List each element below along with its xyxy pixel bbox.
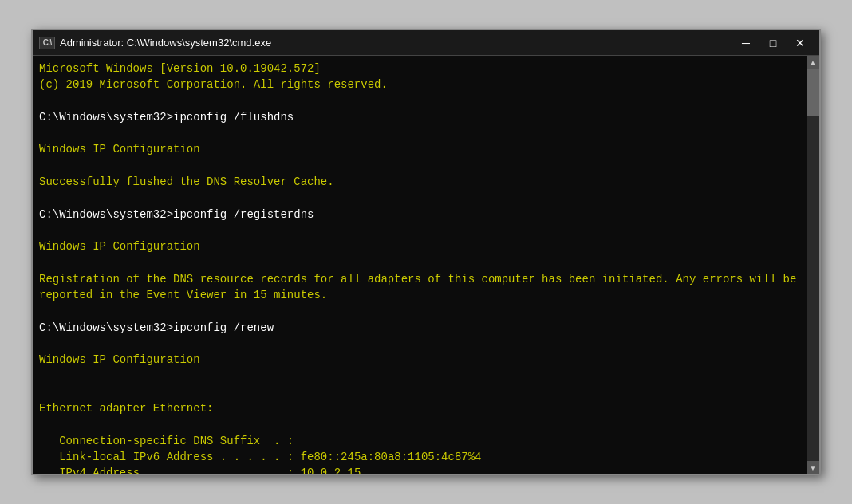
terminal-line — [39, 384, 800, 400]
terminal-line: C:\Windows\system32>ipconfig /registerdn… — [39, 207, 800, 222]
terminal-output[interactable]: Microsoft Windows [Version 10.0.19042.57… — [33, 56, 807, 474]
terminal-line — [39, 158, 800, 174]
terminal-line — [39, 93, 800, 109]
minimize-button[interactable]: ─ — [733, 33, 759, 53]
terminal-line: Connection-specific DNS Suffix . : — [39, 433, 800, 449]
terminal-line: Successfully flushed the DNS Resolver Ca… — [39, 174, 800, 190]
terminal-line — [39, 368, 800, 384]
title-bar-left: C:\ Administrator: C:\Windows\system32\c… — [39, 37, 271, 49]
title-bar: C:\ Administrator: C:\Windows\system32\c… — [33, 30, 819, 56]
terminal-line: Registration of the DNS resource records… — [39, 271, 800, 304]
terminal-line: C:\Windows\system32>ipconfig /flushdns — [39, 109, 800, 125]
terminal-line — [39, 255, 800, 271]
terminal-line: Ethernet adapter Ethernet: — [39, 400, 800, 416]
terminal-line — [39, 125, 800, 141]
cmd-window: C:\ Administrator: C:\Windows\system32\c… — [31, 29, 821, 475]
terminal-line — [39, 222, 800, 238]
terminal-line: Windows IP Configuration — [39, 352, 800, 368]
terminal-container: Microsoft Windows [Version 10.0.19042.57… — [33, 56, 819, 474]
scroll-up-arrow[interactable]: ▲ — [807, 56, 819, 69]
cmd-icon: C:\ — [39, 37, 55, 49]
terminal-line: (c) 2019 Microsoft Corporation. All righ… — [39, 77, 800, 93]
scrollbar-thumb[interactable] — [807, 69, 819, 116]
terminal-line — [39, 190, 800, 206]
terminal-line: C:\Windows\system32>ipconfig /renew — [39, 320, 800, 336]
terminal-line — [39, 417, 800, 433]
terminal-line: Windows IP Configuration — [39, 141, 800, 157]
terminal-line: Microsoft Windows [Version 10.0.19042.57… — [39, 61, 800, 77]
terminal-line: IPv4 Address. . . . . . . . . . . : 10.0… — [39, 465, 800, 474]
terminal-line: Link-local IPv6 Address . . . . . : fe80… — [39, 449, 800, 465]
scrollbar-track[interactable] — [807, 69, 819, 461]
scroll-down-arrow[interactable]: ▼ — [807, 461, 819, 474]
terminal-line — [39, 303, 800, 319]
window-title: Administrator: C:\Windows\system32\cmd.e… — [60, 37, 271, 49]
close-button[interactable]: ✕ — [787, 33, 813, 53]
scrollbar[interactable]: ▲ ▼ — [807, 56, 819, 474]
terminal-line: Windows IP Configuration — [39, 238, 800, 254]
maximize-button[interactable]: □ — [760, 33, 786, 53]
window-controls: ─ □ ✕ — [733, 33, 813, 53]
terminal-line — [39, 336, 800, 352]
